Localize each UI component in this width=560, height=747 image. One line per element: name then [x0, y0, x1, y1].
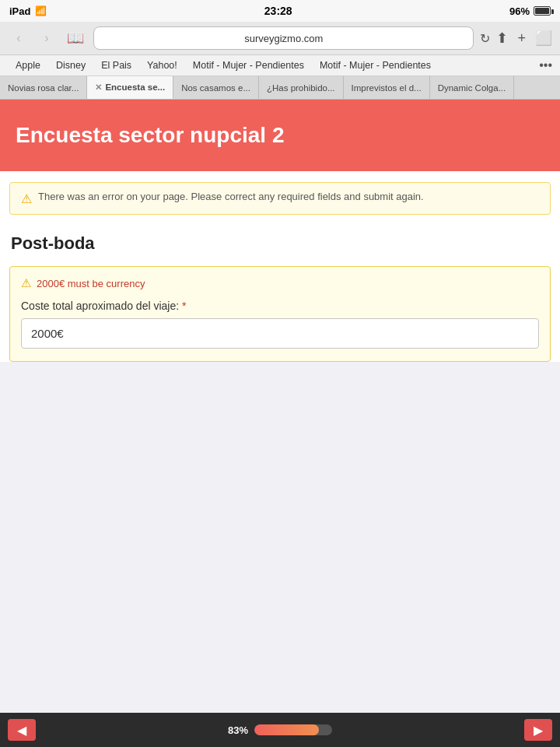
bookmark-motif1[interactable]: Motif - Mujer - Pendientes	[185, 58, 312, 72]
bookmark-elpais[interactable]: El Pais	[93, 58, 139, 72]
next-button[interactable]: ▶	[524, 719, 552, 741]
battery-percent: 96%	[509, 5, 530, 17]
tab-nos-casamos-label: Nos casamos e...	[181, 83, 250, 93]
survey-header: Encuesta sector nupcial 2	[0, 100, 560, 171]
bookmark-apple[interactable]: Apple	[8, 58, 48, 72]
battery-icon	[534, 6, 551, 16]
url-bar[interactable]: surveygizmo.com	[93, 26, 474, 50]
tab-nos-casamos[interactable]: Nos casamos e...	[173, 76, 259, 99]
progress-fill	[254, 724, 319, 735]
validation-message: 2000€ must be currency	[37, 278, 145, 289]
device-label: iPad	[9, 5, 30, 17]
bookmarks-bar: Apple Disney El Pais Yahoo! Motif - Muje…	[0, 55, 560, 76]
tab-dynamic-label: Dynamic Colga...	[438, 83, 506, 93]
status-left: iPad 📶	[9, 5, 47, 17]
tab-encuesta-close[interactable]: ✕	[95, 82, 102, 93]
back-button[interactable]: ‹	[8, 27, 30, 49]
tabs-icon[interactable]: ⬜	[535, 30, 552, 47]
survey-title: Encuesta sector nupcial 2	[16, 123, 544, 148]
bookmark-disney[interactable]: Disney	[48, 58, 93, 72]
tab-has-prohibido[interactable]: ¿Has prohibido...	[259, 76, 344, 99]
tab-encuesta[interactable]: ✕ Encuesta se...	[87, 76, 173, 99]
progress-label: 83%	[228, 724, 248, 736]
error-warning-icon: ⚠	[21, 191, 32, 206]
status-bar: iPad 📶 23:28 96%	[0, 0, 560, 22]
tabs-bar: Novias rosa clar... ✕ Encuesta se... Nos…	[0, 76, 560, 100]
bookmark-motif2[interactable]: Motif - Mujer - Pendientes	[312, 58, 439, 72]
field-label: Coste total aproximado del viaje:*	[21, 300, 539, 312]
bookmarks-icon[interactable]: 📖	[67, 30, 84, 47]
validation-error: ⚠ 2000€ must be currency	[21, 276, 539, 290]
url-text: surveygizmo.com	[244, 33, 323, 44]
status-time: 23:28	[264, 5, 292, 17]
section-title: Post-boda	[0, 226, 560, 258]
validation-icon: ⚠	[21, 276, 31, 290]
browser-toolbar: ‹ › 📖 surveygizmo.com ↻ ⬆ + ⬜	[0, 22, 560, 55]
bookmark-yahoo[interactable]: Yahoo!	[139, 58, 185, 72]
cost-input[interactable]	[21, 318, 539, 349]
bookmarks-more[interactable]: •••	[539, 58, 552, 72]
share-icon[interactable]: ⬆	[496, 30, 508, 47]
prev-arrow-icon: ◀	[17, 723, 26, 738]
tab-imprevistos[interactable]: Imprevistos el d...	[344, 76, 430, 99]
progress-track	[254, 724, 332, 735]
prev-button[interactable]: ◀	[8, 719, 36, 741]
status-right: 96%	[509, 5, 551, 17]
page-content: Encuesta sector nupcial 2 ⚠ There was an…	[0, 100, 560, 362]
tab-novias-label: Novias rosa clar...	[8, 83, 79, 93]
tab-dynamic[interactable]: Dynamic Colga...	[430, 76, 515, 99]
forward-button[interactable]: ›	[36, 27, 58, 49]
question-box: ⚠ 2000€ must be currency Coste total apr…	[9, 266, 551, 362]
error-banner: ⚠ There was an error on your page. Pleas…	[9, 182, 551, 215]
progress-container: 83%	[228, 724, 332, 736]
tab-encuesta-label: Encuesta se...	[105, 82, 165, 92]
tab-has-prohibido-label: ¿Has prohibido...	[267, 83, 335, 93]
wifi-icon: 📶	[35, 5, 47, 16]
bottom-bar: ◀ 83% ▶	[0, 713, 560, 747]
next-arrow-icon: ▶	[534, 723, 543, 738]
tab-novias[interactable]: Novias rosa clar...	[0, 76, 87, 99]
error-message: There was an error on your page. Please …	[38, 191, 424, 202]
required-star: *	[182, 300, 186, 312]
add-tab-icon[interactable]: +	[517, 30, 526, 47]
toolbar-actions: ⬆ + ⬜	[496, 30, 552, 47]
reload-button[interactable]: ↻	[480, 31, 490, 46]
tab-imprevistos-label: Imprevistos el d...	[352, 83, 422, 93]
